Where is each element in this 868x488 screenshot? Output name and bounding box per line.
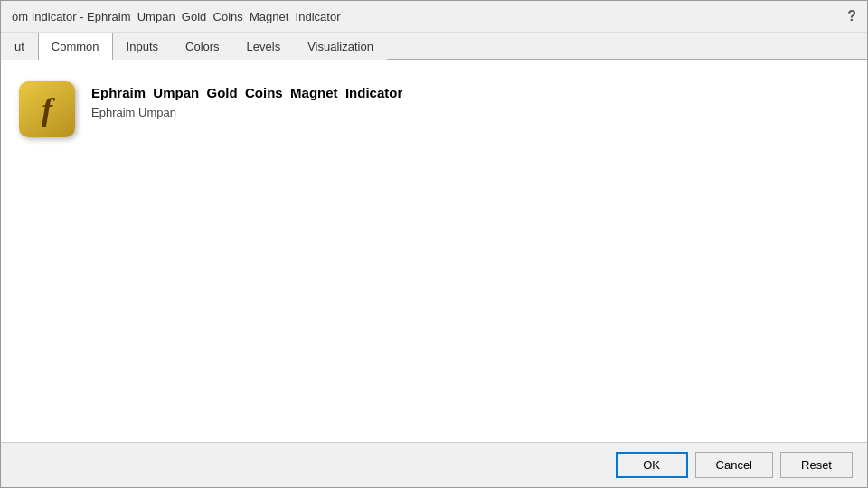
- reset-button[interactable]: Reset: [780, 452, 853, 478]
- indicator-info: Ephraim_Umpan_Gold_Coins_Magnet_Indicato…: [91, 81, 402, 119]
- cancel-button[interactable]: Cancel: [695, 452, 773, 478]
- button-row: OK Cancel Reset: [1, 442, 867, 487]
- tab-colors[interactable]: Colors: [172, 33, 233, 60]
- indicator-icon: f: [19, 81, 75, 137]
- tab-bar: ut Common Inputs Colors Levels Visualiza…: [1, 33, 867, 60]
- dialog-window: om Indicator - Ephraim_Umpan_Gold_Coins_…: [0, 0, 868, 488]
- icon-letter: f: [42, 90, 52, 128]
- tab-common[interactable]: Common: [38, 33, 113, 60]
- indicator-name: Ephraim_Umpan_Gold_Coins_Magnet_Indicato…: [91, 85, 402, 100]
- tab-levels[interactable]: Levels: [233, 33, 295, 60]
- tab-visualization[interactable]: Visualization: [294, 33, 387, 60]
- tab-inputs[interactable]: Inputs: [113, 33, 172, 60]
- indicator-header: f Ephraim_Umpan_Gold_Coins_Magnet_Indica…: [19, 81, 849, 137]
- content-area: f Ephraim_Umpan_Gold_Coins_Magnet_Indica…: [1, 60, 867, 442]
- ok-button[interactable]: OK: [616, 452, 688, 478]
- tab-about[interactable]: ut: [1, 33, 38, 60]
- help-icon[interactable]: ?: [847, 8, 856, 24]
- indicator-author: Ephraim Umpan: [91, 106, 402, 119]
- title-bar: om Indicator - Ephraim_Umpan_Gold_Coins_…: [1, 1, 867, 33]
- title-bar-text: om Indicator - Ephraim_Umpan_Gold_Coins_…: [12, 10, 340, 23]
